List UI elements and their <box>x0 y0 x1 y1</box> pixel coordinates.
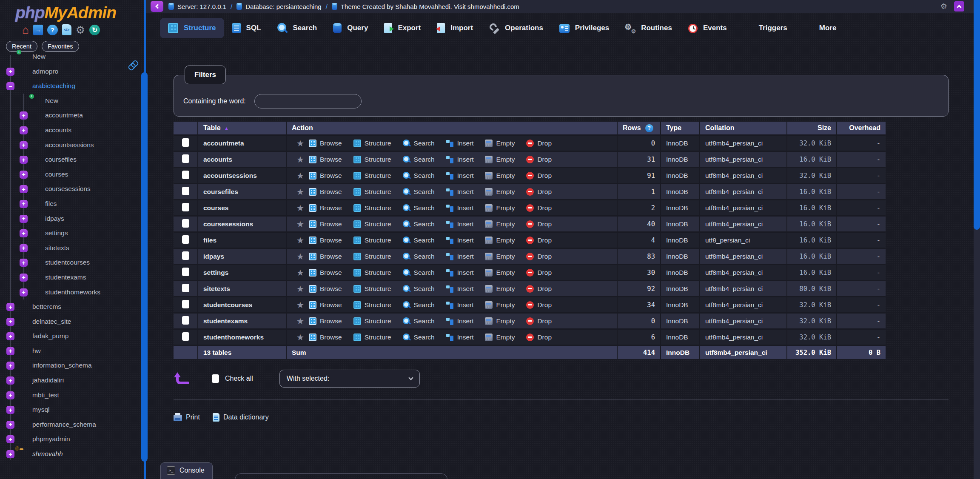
tree-expander[interactable]: + <box>6 391 14 399</box>
action-empty[interactable]: Empty <box>485 334 515 341</box>
row-checkbox[interactable] <box>182 284 189 292</box>
table-name-link[interactable]: accounts <box>203 156 232 163</box>
breadcrumb-database[interactable]: Database: persianteaching <box>245 3 321 10</box>
row-size-cell[interactable]: 16.0 KiB <box>787 152 837 168</box>
favorite-star-icon[interactable]: ★ <box>292 332 309 342</box>
tree-expander[interactable]: + <box>20 229 28 237</box>
tab-export[interactable]: Export <box>376 18 429 38</box>
collapse-button[interactable] <box>954 1 964 11</box>
action-empty[interactable]: Empty <box>485 188 515 196</box>
action-browse[interactable]: Browse <box>309 269 342 277</box>
action-browse[interactable]: Browse <box>309 301 342 309</box>
action-search[interactable]: Search <box>403 220 435 228</box>
action-insert[interactable]: Insert <box>446 285 474 293</box>
action-structure[interactable]: Structure <box>353 156 391 163</box>
tree-expander[interactable]: + <box>20 185 28 193</box>
action-empty[interactable]: Empty <box>485 237 515 244</box>
print-link[interactable]: Print <box>174 413 200 421</box>
tree-expander[interactable]: + <box>20 288 28 297</box>
action-structure[interactable]: Structure <box>353 140 391 147</box>
row-size-cell[interactable]: 32.0 KiB <box>787 168 837 184</box>
containing-word-input[interactable] <box>254 94 362 108</box>
sidebar-item-information-schema[interactable]: + information_schema <box>0 358 144 373</box>
table-name-link[interactable]: coursefiles <box>203 188 238 195</box>
tab-more[interactable]: More <box>795 18 845 38</box>
sidebar-item-shmovahh[interactable]: + shmovahh <box>0 447 144 462</box>
action-structure[interactable]: Structure <box>353 334 391 341</box>
action-drop[interactable]: Drop <box>526 156 552 163</box>
settings-gear-icon[interactable]: ⚙ <box>76 24 85 36</box>
docs-icon[interactable]: </> <box>62 24 71 35</box>
action-drop[interactable]: Drop <box>526 204 552 212</box>
sidebar-item-mysql[interactable]: + mysql <box>0 402 144 417</box>
favorite-star-icon[interactable]: ★ <box>292 235 309 245</box>
action-browse[interactable]: Browse <box>309 188 342 196</box>
action-browse[interactable]: Browse <box>309 140 342 147</box>
tab-triggers[interactable]: Triggers <box>735 18 795 38</box>
action-search[interactable]: Search <box>403 188 435 196</box>
table-name-link[interactable]: idpays <box>203 253 224 260</box>
row-size-cell[interactable]: 32.0 KiB <box>787 136 837 152</box>
table-name-link[interactable]: settings <box>203 269 228 276</box>
sidebar-item-fadak-pump[interactable]: + fadak_pump <box>0 329 144 344</box>
tab-operations[interactable]: Operations <box>481 18 551 38</box>
tree-expander[interactable]: − <box>6 82 14 90</box>
sidebar-item-jahadidaliri[interactable]: + jahadidaliri <box>0 373 144 388</box>
tree-expander[interactable]: + <box>6 421 14 429</box>
action-empty[interactable]: Empty <box>485 301 515 309</box>
action-insert[interactable]: Insert <box>446 253 474 260</box>
action-empty[interactable]: Empty <box>485 220 515 228</box>
row-checkbox[interactable] <box>182 300 189 308</box>
sidebar-item-phpmyadmin[interactable]: + phpmyadmin <box>0 432 144 447</box>
favorite-star-icon[interactable]: ★ <box>292 154 309 165</box>
action-browse[interactable]: Browse <box>309 156 342 163</box>
action-structure[interactable]: Structure <box>353 301 391 309</box>
favorite-star-icon[interactable]: ★ <box>292 219 309 229</box>
row-size-cell[interactable]: 16.0 KiB <box>787 217 837 233</box>
data-dictionary-link[interactable]: Data dictionary <box>213 413 269 422</box>
tree-expander[interactable]: + <box>6 68 14 76</box>
table-name-link[interactable]: files <box>203 237 217 244</box>
favorite-star-icon[interactable]: ★ <box>292 251 309 262</box>
action-structure[interactable]: Structure <box>353 188 391 196</box>
tab-events[interactable]: Events <box>680 18 735 38</box>
action-empty[interactable]: Empty <box>485 317 515 325</box>
action-search[interactable]: Search <box>403 334 435 341</box>
header-size[interactable]: Size <box>787 122 837 136</box>
action-insert[interactable]: Insert <box>446 334 474 341</box>
row-checkbox[interactable] <box>182 154 189 163</box>
action-drop[interactable]: Drop <box>526 269 552 277</box>
phpmyadmin-logo[interactable]: phpMyAdmin <box>15 3 144 22</box>
tree-expander[interactable]: + <box>20 171 28 179</box>
action-browse[interactable]: Browse <box>309 172 342 180</box>
row-checkbox[interactable] <box>182 219 189 228</box>
action-drop[interactable]: Drop <box>526 334 552 341</box>
tab-routines[interactable]: Routines <box>617 18 680 38</box>
home-icon[interactable]: ⌂ <box>22 23 29 37</box>
action-insert[interactable]: Insert <box>446 301 474 309</box>
tab-structure[interactable]: Structure <box>160 18 224 38</box>
sidebar-item-studenthomeworks[interactable]: + studenthomeworks <box>0 285 144 300</box>
favorite-star-icon[interactable]: ★ <box>292 171 309 181</box>
tree-expander[interactable]: + <box>20 111 28 120</box>
row-size-cell[interactable]: 16.0 KiB <box>787 249 837 265</box>
row-checkbox[interactable] <box>182 251 189 260</box>
action-search[interactable]: Search <box>403 285 435 293</box>
action-empty[interactable]: Empty <box>485 253 515 260</box>
tab-import[interactable]: Import <box>429 18 481 38</box>
row-checkbox[interactable] <box>182 268 189 276</box>
row-size-cell[interactable]: 32.0 KiB <box>787 314 837 330</box>
table-name-link[interactable]: courses <box>203 204 228 211</box>
sidebar-item-settings[interactable]: + settings <box>0 226 144 241</box>
action-drop[interactable]: Drop <box>526 188 552 196</box>
action-browse[interactable]: Browse <box>309 253 342 260</box>
tab-privileges[interactable]: Privileges <box>551 18 617 38</box>
action-search[interactable]: Search <box>403 140 435 147</box>
action-search[interactable]: Search <box>403 204 435 212</box>
tree-expander[interactable]: + <box>6 450 14 458</box>
action-structure[interactable]: Structure <box>353 204 391 212</box>
sidebar-item-coursefiles[interactable]: + coursefiles <box>0 152 144 167</box>
tree-expander[interactable]: + <box>20 274 28 282</box>
action-structure[interactable]: Structure <box>353 285 391 293</box>
sidebar-item-sitetexts[interactable]: + sitetexts <box>0 241 144 256</box>
